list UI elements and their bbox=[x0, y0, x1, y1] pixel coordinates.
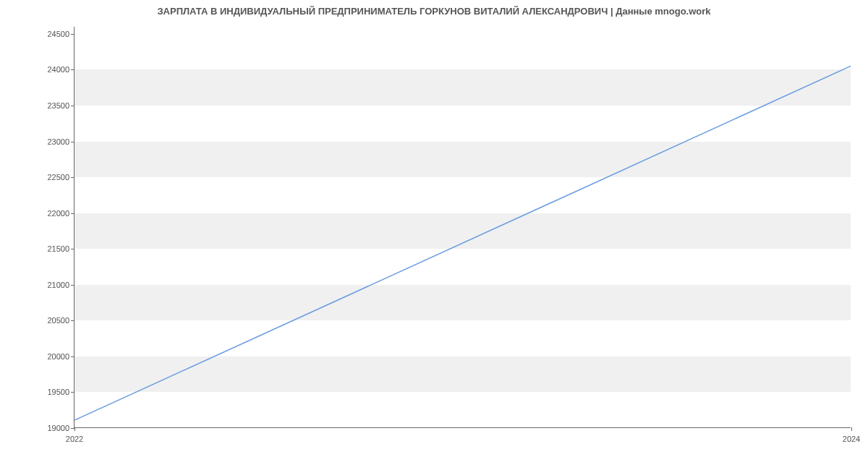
x-tick-label: 2024 bbox=[843, 435, 860, 443]
y-tick-label: 20500 bbox=[47, 316, 69, 325]
y-tick-label: 20000 bbox=[47, 352, 69, 361]
chart-container: 20222024 1900019500200002050021000215002… bbox=[56, 23, 851, 435]
y-tick-label: 22500 bbox=[47, 173, 69, 181]
y-tick-mark bbox=[71, 213, 75, 214]
x-tick-label: 2022 bbox=[66, 435, 83, 443]
x-tick-mark bbox=[75, 427, 75, 431]
y-tick-label: 21000 bbox=[47, 281, 69, 289]
y-tick-mark bbox=[71, 177, 75, 178]
data-line bbox=[75, 66, 851, 420]
y-tick-label: 22000 bbox=[47, 209, 69, 218]
y-tick-mark bbox=[71, 392, 75, 393]
y-tick-mark bbox=[71, 249, 75, 249]
chart-title: ЗАРПЛАТА В ИНДИВИДУАЛЬНЫЙ ПРЕДПРИНИМАТЕЛ… bbox=[0, 0, 868, 17]
y-tick-mark bbox=[71, 142, 75, 142]
y-tick-label: 24500 bbox=[47, 30, 69, 38]
y-tick-label: 23000 bbox=[47, 137, 69, 146]
y-tick-mark bbox=[71, 69, 75, 70]
y-tick-label: 19000 bbox=[47, 424, 69, 432]
y-tick-mark bbox=[71, 320, 75, 321]
y-tick-label: 23500 bbox=[47, 101, 69, 110]
x-tick-mark bbox=[851, 427, 852, 431]
y-tick-label: 21500 bbox=[47, 244, 69, 253]
y-tick-label: 24000 bbox=[47, 65, 69, 74]
y-tick-label: 19500 bbox=[47, 388, 69, 396]
y-tick-mark bbox=[71, 106, 75, 106]
y-tick-mark bbox=[71, 34, 75, 35]
line-svg bbox=[75, 27, 851, 427]
y-tick-mark bbox=[71, 356, 75, 357]
plot-area: 20222024 bbox=[74, 27, 851, 428]
y-tick-mark bbox=[71, 285, 75, 286]
